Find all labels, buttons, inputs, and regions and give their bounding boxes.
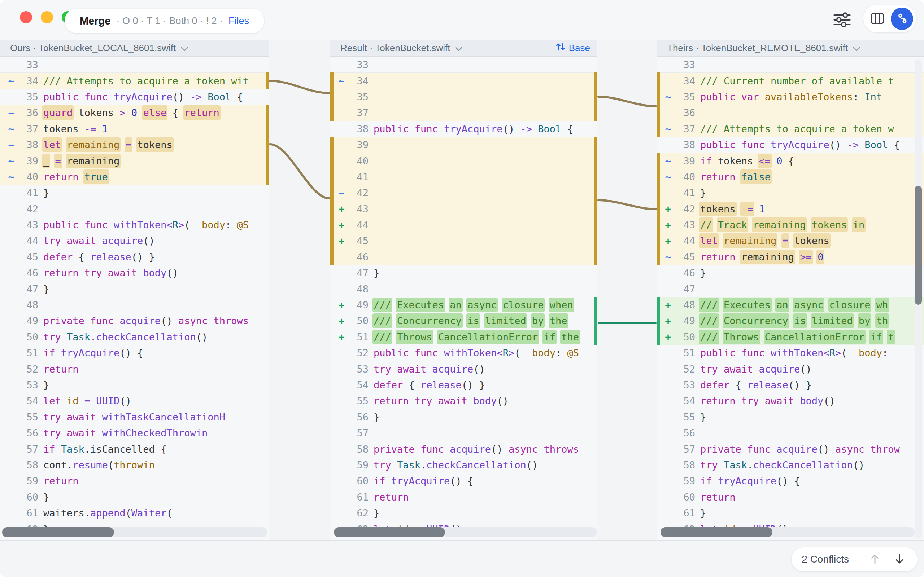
line-number: 38 — [670, 137, 695, 153]
line-number: 43 — [670, 217, 695, 233]
code-line-40: ~40 return true — [0, 169, 269, 185]
code-line-49: 49 private func acquire() async throws — [0, 313, 269, 329]
change-bar — [657, 233, 660, 249]
code-text: } — [43, 185, 49, 200]
code-line-52: 52 try await acquire() — [657, 361, 924, 377]
window-title: Merge — [80, 15, 110, 27]
merge-view-button[interactable] — [891, 8, 913, 30]
code-text: return false — [700, 169, 771, 185]
code-text: tokens -= 1 — [700, 201, 765, 217]
merge-path-icon — [895, 12, 908, 26]
change-bar — [657, 105, 660, 121]
line-number: 58 — [13, 457, 38, 473]
columns-view-button[interactable] — [866, 8, 888, 30]
line-number: 60 — [13, 489, 38, 505]
code-text: /// Throws CancellationError if t — [700, 329, 894, 345]
swap-vertical-icon — [556, 42, 565, 55]
code-line-35: 35 public func tryAcquire() -> Bool { — [0, 89, 269, 105]
line-number: 58 — [670, 457, 695, 473]
files-link[interactable]: Files — [228, 16, 249, 27]
change-bar — [330, 249, 333, 265]
ours-horizontal-scrollbar[interactable] — [2, 527, 267, 537]
code-line-47: 47 } — [0, 281, 269, 297]
code-line-36: ~36 guard tokens > 0 else { return — [0, 105, 269, 121]
code-line-36: 36 — [657, 105, 924, 121]
pane-header-result: Result · TokenBucket.swift Base — [330, 40, 597, 57]
code-line-47: 47 } — [330, 265, 597, 281]
code-text: return try await body() — [43, 265, 178, 280]
change-bar — [266, 137, 269, 153]
arrow-down-icon — [894, 553, 905, 566]
code-line-42: 42 — [0, 201, 269, 217]
line-number: 50 — [670, 329, 695, 345]
theirs-horizontal-scrollbar-thumb[interactable] — [661, 527, 772, 537]
code-line-43: +43 // Track remaining tokens in — [657, 217, 924, 233]
result-horizontal-scrollbar-thumb[interactable] — [334, 527, 445, 537]
change-bar — [330, 89, 333, 105]
result-file-label: Result · TokenBucket.swift — [340, 43, 450, 54]
code-text: public func withToken<R>(_ body: — [700, 345, 888, 361]
line-number: 52 — [13, 361, 38, 377]
merge-window: Merge · O 0 · T 1 · Both 0 · ! 2 · Files — [0, 0, 924, 577]
result-file-selector[interactable]: Result · TokenBucket.swift — [340, 43, 462, 54]
pane-theirs: 3334 /// Current number of available t~3… — [657, 57, 924, 540]
change-bar — [266, 153, 269, 169]
ours-file-selector[interactable]: Ours · TokenBucket_LOCAL_8601.swift — [10, 43, 188, 54]
line-number: 34 — [343, 73, 368, 89]
chevron-down-icon — [181, 43, 188, 54]
line-number: 47 — [343, 265, 368, 280]
previous-conflict-button[interactable] — [867, 551, 883, 567]
base-button[interactable]: Base — [554, 42, 592, 55]
code-text: if tokens <= 0 { — [700, 153, 794, 168]
theirs-vertical-scrollbar-thumb[interactable] — [914, 186, 922, 305]
code-line-58: 58 try Task.checkCancellation() — [657, 457, 924, 473]
code-line-46: 46 — [330, 249, 597, 265]
code-line-46: 46 } — [657, 265, 924, 281]
code-line-34: ~34 /// Attempts to acquire a token wit — [0, 73, 269, 89]
code-text: // Track remaining tokens in — [700, 217, 864, 233]
filter-options-button[interactable] — [832, 10, 853, 30]
line-number: 58 — [343, 441, 368, 456]
code-line-51: 51 if tryAcquire() { — [0, 345, 269, 361]
line-number: 45 — [670, 249, 695, 265]
code-line-53: 53 try await acquire() — [330, 361, 597, 377]
line-number: 54 — [343, 377, 368, 393]
line-number: 53 — [670, 377, 695, 393]
titlebar: Merge · O 0 · T 1 · Both 0 · ! 2 · Files — [0, 0, 924, 40]
code-line-61: 61 return — [330, 489, 597, 505]
code-line-37: 37 — [330, 105, 597, 121]
gutter-result-theirs — [597, 40, 657, 541]
code-line-54: 54 let id = UUID() — [0, 393, 269, 409]
result-horizontal-scrollbar[interactable] — [334, 527, 597, 537]
line-number: 33 — [343, 57, 368, 73]
columns-icon — [870, 12, 885, 26]
code-text: private func acquire() async throw — [700, 441, 900, 456]
code-line-42: +42 tokens -= 1 — [657, 201, 924, 217]
code-text: let remaining = tokens — [43, 137, 173, 153]
ours-horizontal-scrollbar-thumb[interactable] — [2, 527, 114, 537]
code-line-45: 45 defer { release() } — [0, 249, 269, 265]
change-bar — [330, 73, 333, 89]
close-window-button[interactable] — [20, 11, 32, 23]
code-text: } — [373, 505, 380, 521]
line-number: 42 — [670, 201, 695, 217]
code-text: guard tokens > 0 else { return — [43, 105, 220, 121]
theirs-horizontal-scrollbar[interactable] — [661, 527, 914, 537]
line-number: 35 — [13, 89, 38, 105]
line-number: 38 — [13, 137, 38, 153]
minimize-window-button[interactable] — [41, 11, 53, 23]
line-number: 52 — [670, 361, 695, 377]
code-line-56: 56 try await withCheckedThrowin — [0, 425, 269, 441]
theirs-file-selector[interactable]: Theirs · TokenBucket_REMOTE_8601.swift — [667, 43, 860, 54]
footer-bar: 2 Conflicts — [0, 541, 924, 577]
code-line-50: +50 /// Throws CancellationError if t — [657, 329, 924, 345]
next-conflict-button[interactable] — [892, 551, 908, 567]
line-number: 59 — [343, 457, 368, 473]
line-number: 48 — [343, 281, 368, 297]
code-text: try Task.checkCancellation() — [43, 329, 208, 345]
line-number: 40 — [13, 169, 38, 185]
code-text: /// Throws CancellationError if the — [373, 329, 579, 345]
line-number: 39 — [670, 153, 695, 168]
line-number: 50 — [13, 329, 38, 345]
change-bar — [657, 153, 660, 169]
